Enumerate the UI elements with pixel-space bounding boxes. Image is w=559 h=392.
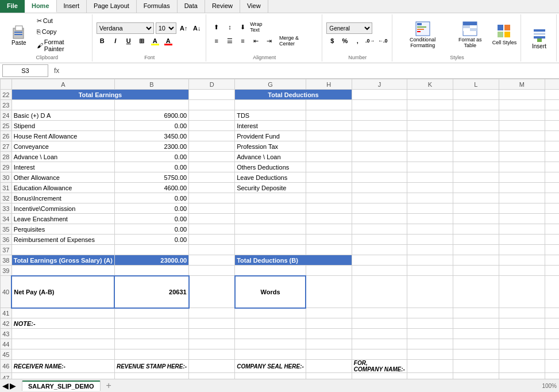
list-item[interactable]	[407, 131, 453, 141]
list-item[interactable]	[453, 373, 499, 379]
list-item[interactable]	[545, 203, 559, 214]
list-item[interactable]	[306, 276, 352, 308]
list-item[interactable]	[306, 193, 352, 203]
font-family-select[interactable]: Verdana	[97, 22, 154, 34]
list-item[interactable]	[407, 245, 453, 255]
list-item[interactable]	[499, 255, 545, 266]
list-item[interactable]: Education Allowance	[11, 183, 114, 193]
list-item[interactable]: 0.00	[114, 214, 188, 224]
list-item[interactable]	[407, 172, 453, 183]
percent-button[interactable]: %	[339, 35, 350, 47]
list-item[interactable]	[352, 224, 407, 235]
list-item[interactable]	[189, 131, 235, 141]
list-item[interactable]	[114, 100, 188, 110]
list-item[interactable]	[11, 266, 114, 276]
tab-view[interactable]: View	[240, 0, 268, 13]
list-item[interactable]	[235, 100, 306, 110]
list-item[interactable]: Profession Tax	[235, 141, 306, 152]
list-item[interactable]	[189, 349, 235, 360]
list-item[interactable]	[189, 203, 235, 214]
list-item[interactable]	[189, 360, 235, 373]
list-item[interactable]	[189, 255, 235, 266]
next-sheet-button[interactable]: ▶	[10, 381, 16, 390]
list-item[interactable]	[306, 235, 352, 245]
decrease-font-button[interactable]: A↓	[191, 22, 203, 34]
list-item[interactable]	[352, 203, 407, 214]
increase-indent-button[interactable]: ⇥	[263, 35, 275, 47]
list-item[interactable]	[11, 373, 114, 379]
list-item[interactable]	[453, 172, 499, 183]
list-item[interactable]	[453, 152, 499, 162]
list-item[interactable]: 0.00	[114, 162, 188, 172]
list-item[interactable]	[189, 152, 235, 162]
list-item[interactable]	[352, 255, 407, 266]
list-item[interactable]	[352, 110, 407, 121]
list-item[interactable]	[407, 162, 453, 172]
list-item[interactable]	[453, 193, 499, 203]
list-item[interactable]: Total Earnings (Gross Salary) (A)	[11, 255, 114, 266]
list-item[interactable]	[189, 276, 235, 308]
list-item[interactable]	[189, 245, 235, 255]
list-item[interactable]	[306, 162, 352, 172]
list-item[interactable]	[499, 90, 545, 100]
list-item[interactable]	[235, 245, 306, 255]
list-item[interactable]	[499, 339, 545, 349]
list-item[interactable]	[189, 266, 235, 276]
list-item[interactable]	[11, 245, 114, 255]
list-item[interactable]	[545, 193, 559, 203]
tab-insert[interactable]: Insert	[57, 0, 87, 13]
list-item[interactable]	[235, 203, 306, 214]
cut-button[interactable]: ✂ Cut	[34, 16, 88, 26]
list-item[interactable]	[545, 318, 559, 329]
list-item[interactable]: RECEIVER NAME:-	[11, 360, 114, 373]
list-item[interactable]	[453, 121, 499, 131]
list-item[interactable]	[545, 235, 559, 245]
list-item[interactable]	[499, 121, 545, 131]
list-item[interactable]	[453, 90, 499, 100]
list-item[interactable]	[545, 131, 559, 141]
list-item[interactable]	[545, 276, 559, 308]
list-item[interactable]: Others Deductions	[235, 162, 306, 172]
list-item[interactable]	[453, 224, 499, 235]
list-item[interactable]	[545, 162, 559, 172]
list-item[interactable]	[545, 373, 559, 379]
list-item[interactable]	[352, 90, 407, 100]
list-item[interactable]	[407, 183, 453, 193]
list-item[interactable]	[235, 373, 306, 379]
conditional-formatting-button[interactable]: Conditional Formatting	[397, 21, 448, 48]
list-item[interactable]: Stipend	[11, 121, 114, 131]
list-item[interactable]: REVENUE STAMP HERE:-	[114, 360, 188, 373]
list-item[interactable]: Interest	[235, 121, 306, 131]
list-item[interactable]	[114, 373, 188, 379]
list-item[interactable]	[545, 245, 559, 255]
list-item[interactable]	[545, 255, 559, 266]
list-item[interactable]	[545, 172, 559, 183]
list-item[interactable]	[453, 329, 499, 339]
list-item[interactable]	[407, 214, 453, 224]
list-item[interactable]	[114, 349, 188, 360]
list-item[interactable]	[189, 373, 235, 379]
list-item[interactable]	[453, 266, 499, 276]
list-item[interactable]	[499, 214, 545, 224]
list-item[interactable]	[306, 266, 352, 276]
wrap-text-button[interactable]: Wrap Text	[250, 21, 262, 33]
list-item[interactable]	[499, 152, 545, 162]
list-item[interactable]	[352, 308, 407, 318]
list-item[interactable]	[352, 245, 407, 255]
list-item[interactable]	[306, 203, 352, 214]
list-item[interactable]	[352, 266, 407, 276]
list-item[interactable]	[235, 318, 306, 329]
list-item[interactable]	[499, 360, 545, 373]
list-item[interactable]	[453, 100, 499, 110]
list-item[interactable]	[189, 121, 235, 131]
list-item[interactable]	[352, 183, 407, 193]
list-item[interactable]	[11, 329, 114, 339]
list-item[interactable]	[235, 266, 306, 276]
list-item[interactable]	[545, 329, 559, 339]
list-item[interactable]	[235, 339, 306, 349]
list-item[interactable]	[306, 110, 352, 121]
list-item[interactable]: 4600.00	[114, 183, 188, 193]
list-item[interactable]	[114, 318, 188, 329]
tab-data[interactable]: Data	[178, 0, 205, 13]
list-item[interactable]	[352, 318, 407, 329]
